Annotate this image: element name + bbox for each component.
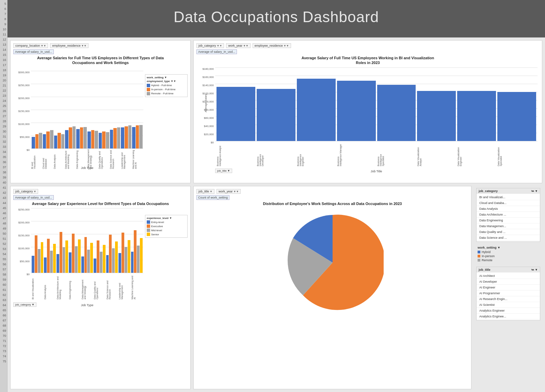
pie-chart-container: [196, 208, 468, 317]
bottom-left-x-title: Job Type: [31, 303, 143, 307]
bar-bi-analyst: [217, 87, 255, 141]
filter-item-quality[interactable]: Data Quality and ...: [477, 229, 540, 235]
filter-item-ai-scientist[interactable]: AI Scientist: [477, 302, 540, 308]
bar-bi-developer: [257, 89, 295, 141]
filter-job-title-bottom[interactable]: job_title ▼: [196, 189, 214, 194]
filter-icon-2: ▼▼: [81, 44, 86, 47]
bar-dv-specialist: [497, 92, 536, 141]
job-title-filter-list[interactable]: AI Architect AI Developer AI Engineer AI…: [477, 272, 540, 320]
bottom-middle-chart-title: Distribution of Employee's Work Settings…: [196, 201, 468, 206]
page-title: Data Occupations Dashboard: [7, 0, 545, 32]
x-label-bi-developer: Business Intelligence Developer: [257, 144, 295, 166]
row-numbers: 5 6 7 8 9 10 11 12 13 14 15 16 17 18 19 …: [0, 0, 7, 392]
filter-item-cloud[interactable]: Cloud and Databa...: [477, 200, 540, 206]
bottom-middle-panel: job_title ▼ work_year ▼▼ Count of work_s…: [193, 186, 471, 389]
filter-work-year[interactable]: work_year ▼▼: [226, 43, 250, 48]
bottom-left-panel: job_category ▼ Average of salary_in_usd.…: [10, 186, 191, 389]
filter-item-science[interactable]: Data Science and ...: [477, 235, 540, 241]
filter-job-category-bottom[interactable]: job_category ▼: [13, 189, 38, 194]
avg-salary-label: Average of salary_in_usd...: [13, 49, 54, 54]
bar-dv-engineer: [457, 91, 496, 141]
filter-item-ai-research[interactable]: AI Research Engin...: [477, 296, 540, 302]
top-right-x-title: Job Title: [215, 170, 538, 173]
filter-item-analysis[interactable]: Data Analysis: [477, 206, 540, 212]
filter-item-ai-programmer[interactable]: AI Programmer: [477, 291, 540, 296]
top-left-filters: company_location ▼▼ employee_residence ▼…: [13, 43, 188, 48]
top-left-panel: company_location ▼▼ employee_residence ▼…: [10, 40, 191, 183]
legend-experience-level-label: experience_level ▼: [147, 217, 186, 220]
filter-item-analytics-engineer[interactable]: Analytics Engineer: [477, 308, 540, 314]
bar-bi-specialist: [377, 85, 416, 141]
bottom-left-chart-title: Average Salary per Experience Level for …: [13, 201, 188, 206]
job-category-filter-header[interactable]: job_category ≔ ▼: [477, 188, 540, 194]
job-title-filter-box: job_title ≔ ▼ AI Architect AI Developer …: [476, 267, 540, 320]
bar-dv-analyst: [417, 91, 456, 141]
x-label-bi-specialist: Business Intelligence Specialist: [377, 144, 416, 166]
legend-employment-type-label: employment_type ▼▼: [147, 80, 186, 83]
filter-employee-residence[interactable]: employee_residence ▼▼: [50, 43, 89, 48]
filter-job-title-chip[interactable]: job_title ▼: [215, 169, 232, 173]
x-label-dv-specialist: Data Visualization Specialist: [497, 144, 536, 166]
pie-chart: [282, 211, 384, 314]
dashboard-header: Data Occupations Dashboard: [7, 0, 545, 37]
job-category-filter-list[interactable]: BI and Visualizati... Cloud and Databa..…: [477, 194, 540, 241]
bar-bi-manager: [337, 81, 376, 141]
top-right-panel: job_category ▼▼ work_year ▼▼ employee_re…: [193, 40, 542, 183]
filter-icon: ▼▼: [41, 44, 46, 47]
filter-item-ai-developer[interactable]: AI Developer: [477, 279, 540, 285]
filter-company-location[interactable]: company_location ▼▼: [13, 43, 48, 48]
filter-job-category[interactable]: job_category ▼▼: [196, 43, 224, 48]
legend-work-setting-label: work_setting ▼: [147, 76, 186, 79]
avg-salary-label-3: Average of salary_in_usd...: [13, 195, 54, 200]
x-label-bi-engineer: Business Intelligence Engineer: [297, 144, 336, 166]
filter-job-category-chip-bottom[interactable]: job_category ▼: [13, 302, 36, 307]
job-title-filter-header[interactable]: job_title ≔ ▼: [477, 267, 540, 272]
x-label-dv-analyst: Data Visualization Analyst: [417, 144, 456, 166]
filter-item-engineering[interactable]: Data Engineering: [477, 218, 540, 223]
filter-item-ai-architect[interactable]: AI Architect: [477, 273, 540, 279]
work-setting-legend: work_setting ▼ Hybrid In-person Remote: [476, 245, 540, 264]
right-sidebar: job_category ≔ ▼ BI and Visualizati... C…: [474, 186, 542, 389]
filter-item-analytics-enginee[interactable]: Analytics Enginee...: [477, 314, 540, 319]
avg-salary-label-2: Average of salary_in_usd...: [196, 49, 237, 54]
bar-bi-engineer: [297, 79, 336, 141]
work-setting-legend-title: work_setting ▼: [478, 246, 539, 249]
x-label-dv-engineer: Data Visualization Engineer: [457, 144, 496, 166]
top-right-chart-title: Average Salary of Full Time US Employees…: [196, 56, 539, 65]
job-category-filter-box: job_category ≔ ▼ BI and Visualizati... C…: [476, 188, 540, 242]
x-label-bi-manager: Business Intelligence Manager: [337, 144, 376, 166]
top-left-x-title: Job Type: [31, 166, 143, 170]
top-left-chart-title: Average Salaries for Full Time US Employ…: [13, 56, 188, 65]
filter-item-bi[interactable]: BI and Visualizati...: [477, 194, 540, 200]
filter-item-architecture[interactable]: Data Architecture ...: [477, 212, 540, 218]
filter-work-year-bottom[interactable]: work_year ▼▼: [217, 189, 241, 194]
x-label-bi-analyst: Business Intelligence Analyst: [217, 144, 255, 166]
filter-employee-residence-2[interactable]: employee_residence ▼▼: [253, 43, 291, 48]
filter-item-management[interactable]: Data Managemen...: [477, 223, 540, 229]
count-work-setting-label: Count of work_setting: [196, 195, 229, 200]
filter-item-ai-engineer[interactable]: AI Engineer: [477, 285, 540, 291]
